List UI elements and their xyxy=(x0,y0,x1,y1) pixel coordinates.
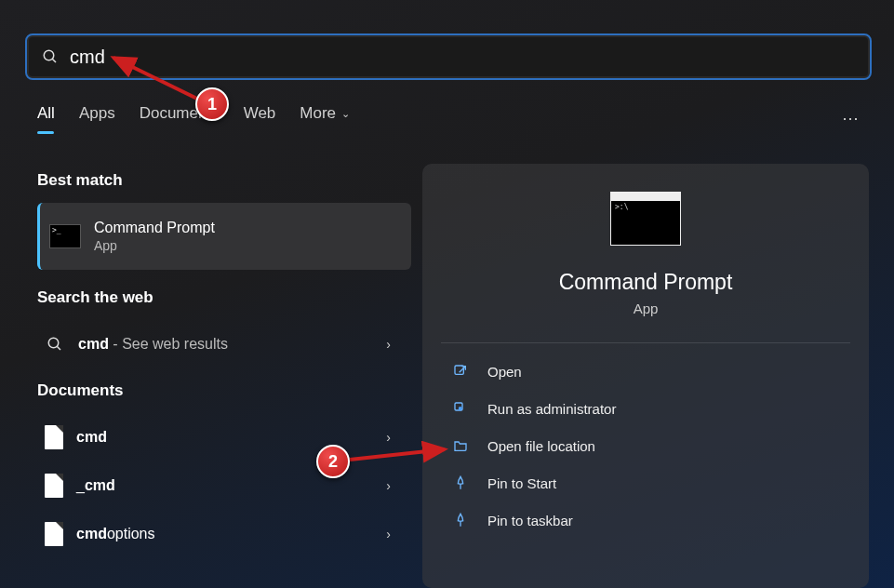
annotation-callout-1: 1 xyxy=(195,87,229,121)
action-pin-to-start[interactable]: Pin to Start xyxy=(422,464,869,501)
doc-rest: options xyxy=(107,526,155,541)
action-pin-to-taskbar[interactable]: Pin to taskbar xyxy=(422,501,869,539)
folder-icon xyxy=(452,437,469,454)
open-icon xyxy=(452,363,469,380)
documents-header: Documents xyxy=(37,381,411,400)
document-text: cmdoptions xyxy=(76,526,155,542)
annotation-1-label: 1 xyxy=(207,95,217,114)
command-prompt-large-icon xyxy=(610,192,681,246)
search-web-header: Search the web xyxy=(37,288,411,307)
preview-title: Command Prompt xyxy=(559,270,733,295)
svg-point-0 xyxy=(44,50,54,60)
search-icon xyxy=(45,336,65,353)
action-run-admin-label: Run as administrator xyxy=(487,401,616,417)
action-open[interactable]: Open xyxy=(422,353,869,390)
document-row-underscore-cmd[interactable]: _cmd › xyxy=(37,461,411,510)
chevron-right-icon: › xyxy=(386,430,391,445)
chevron-right-icon: › xyxy=(386,337,391,352)
document-text: _cmd xyxy=(76,477,115,494)
annotation-callout-2: 2 xyxy=(316,445,350,478)
document-icon xyxy=(45,474,63,498)
command-prompt-icon xyxy=(49,224,81,248)
action-pin-taskbar-label: Pin to taskbar xyxy=(487,513,573,528)
best-match-subtitle: App xyxy=(94,238,215,253)
best-match-result[interactable]: Command Prompt App xyxy=(37,203,411,270)
tab-more-label: More xyxy=(300,104,336,123)
web-result-bold: cmd xyxy=(78,336,109,352)
preview-subtitle: App xyxy=(634,301,659,316)
svg-line-3 xyxy=(57,346,60,350)
doc-bold: cmd xyxy=(76,429,107,445)
doc-bold: cmd xyxy=(76,526,107,541)
tab-web[interactable]: Web xyxy=(244,104,276,132)
web-result-text: cmd - See web results xyxy=(78,336,228,353)
search-bar[interactable] xyxy=(27,35,870,78)
web-result-row[interactable]: cmd - See web results › xyxy=(37,320,411,368)
chevron-down-icon: ⌄ xyxy=(341,108,350,120)
preview-panel: Command Prompt App Open Run as administr… xyxy=(422,164,869,588)
svg-point-2 xyxy=(48,338,59,348)
best-match-title: Command Prompt xyxy=(94,220,215,236)
document-text: cmd xyxy=(76,429,107,446)
pin-icon xyxy=(452,474,469,491)
document-icon xyxy=(45,425,63,449)
tab-all[interactable]: All xyxy=(37,104,55,132)
document-icon xyxy=(45,522,63,546)
doc-prefix: _ xyxy=(76,477,85,493)
best-match-header: Best match xyxy=(37,171,411,190)
annotation-2-label: 2 xyxy=(328,452,338,472)
tab-apps[interactable]: Apps xyxy=(79,104,115,132)
results-column: Best match Command Prompt App Search the… xyxy=(37,171,411,558)
search-input[interactable] xyxy=(60,47,857,68)
svg-line-1 xyxy=(52,59,56,62)
shield-admin-icon xyxy=(452,400,469,417)
document-row-cmd[interactable]: cmd › xyxy=(37,413,411,461)
action-open-file-location[interactable]: Open file location xyxy=(422,427,869,464)
divider xyxy=(441,342,850,343)
more-options-button[interactable]: ⋯ xyxy=(842,108,861,128)
action-run-as-administrator[interactable]: Run as administrator xyxy=(422,390,869,427)
action-open-loc-label: Open file location xyxy=(487,438,595,454)
action-pin-start-label: Pin to Start xyxy=(487,475,556,491)
chevron-right-icon: › xyxy=(386,527,391,541)
web-result-rest: - See web results xyxy=(109,336,228,352)
search-icon xyxy=(40,48,60,65)
tab-more[interactable]: More ⌄ xyxy=(300,104,350,132)
doc-bold: cmd xyxy=(85,477,115,493)
chevron-right-icon: › xyxy=(386,478,391,493)
pin-icon xyxy=(452,512,469,528)
action-open-label: Open xyxy=(487,364,522,380)
filter-tabs: All Apps Documents Web More ⌄ xyxy=(37,104,350,132)
document-row-cmdoptions[interactable]: cmdoptions › xyxy=(37,510,411,558)
